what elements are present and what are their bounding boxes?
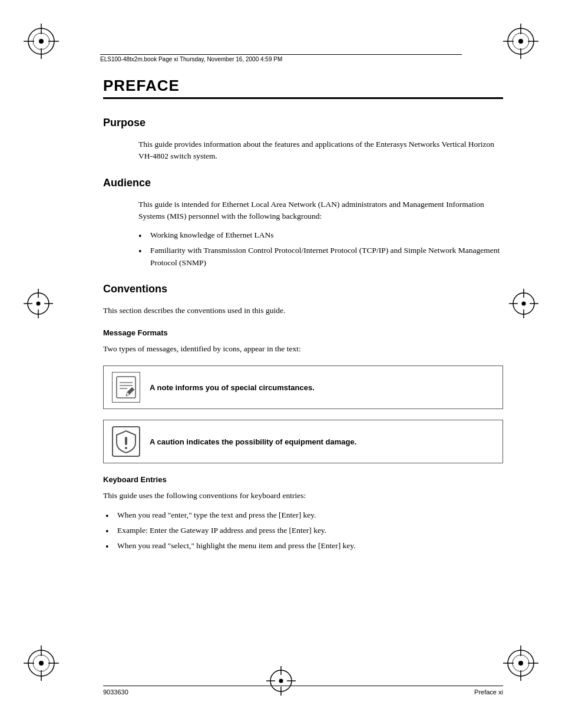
audience-bullet-2: Familiarity with Transmission Control Pr… [138, 245, 503, 269]
svg-point-15 [37, 302, 41, 306]
audience-bullet-list: Working knowledge of Ethernet LANs Famil… [138, 229, 503, 269]
audience-body: This guide is intended for Ethernet Loca… [138, 199, 503, 223]
svg-point-42 [518, 661, 523, 666]
purpose-heading: Purpose [103, 117, 503, 129]
preface-title: PREFACE [103, 77, 503, 99]
message-formats-body: Two types of messages, identified by ico… [103, 343, 503, 355]
message-formats-subsection: Message Formats Two types of messages, i… [103, 328, 503, 463]
page-container: ELS100-48tx2m.book Page xi Thursday, Nov… [0, 0, 562, 728]
corner-mark-bl [24, 645, 59, 681]
footer: 9033630 Preface xi [103, 686, 503, 696]
footer-right: Preface xi [474, 689, 503, 696]
keyboard-bullet-1: When you read "enter," type the text and… [103, 509, 503, 521]
svg-point-21 [522, 302, 526, 306]
keyboard-entries-heading: Keyboard Entries [103, 475, 503, 484]
footer-left: 9033630 [103, 689, 128, 696]
caution-box: A caution indicates the possibility of e… [103, 420, 503, 463]
svg-point-35 [39, 661, 44, 666]
side-mark-left [24, 289, 53, 318]
svg-point-1 [39, 39, 44, 44]
audience-heading: Audience [103, 177, 503, 189]
conventions-section: Conventions This section describes the c… [103, 283, 503, 552]
svg-rect-33 [125, 447, 127, 449]
conventions-heading: Conventions [103, 283, 503, 295]
svg-point-8 [518, 39, 523, 44]
file-info-header: ELS100-48tx2m.book Page xi Thursday, Nov… [100, 54, 462, 62]
svg-rect-26 [117, 377, 135, 398]
corner-mark-tr [503, 24, 538, 59]
purpose-body: This guide provides information about th… [138, 139, 503, 163]
conventions-body: This section describes the conventions u… [103, 305, 503, 317]
caution-text: A caution indicates the possibility of e… [150, 437, 356, 446]
purpose-section: Purpose This guide provides information … [103, 117, 503, 163]
svg-rect-32 [125, 437, 127, 445]
corner-mark-tl [24, 24, 59, 59]
message-formats-heading: Message Formats [103, 328, 503, 337]
note-icon [112, 372, 140, 403]
side-mark-right [509, 289, 538, 318]
corner-mark-br [503, 645, 538, 681]
keyboard-entries-bullet-list: When you read "enter," type the text and… [103, 509, 503, 552]
note-box: A note informs you of special circumstan… [103, 365, 503, 409]
keyboard-bullet-3: When you read "select," highlight the me… [103, 540, 503, 552]
audience-bullet-1: Working knowledge of Ethernet LANs [138, 229, 503, 241]
note-text: A note informs you of special circumstan… [150, 383, 315, 392]
keyboard-entries-subsection: Keyboard Entries This guide uses the fol… [103, 475, 503, 552]
caution-icon [112, 426, 140, 457]
content-area: PREFACE Purpose This guide provides info… [103, 71, 503, 669]
keyboard-entries-body: This guide uses the following convention… [103, 490, 503, 502]
svg-point-49 [279, 679, 283, 683]
keyboard-bullet-2: Example: Enter the Gateway IP address an… [103, 525, 503, 536]
file-info-text: ELS100-48tx2m.book Page xi Thursday, Nov… [100, 56, 282, 62]
audience-section: Audience This guide is intended for Ethe… [103, 177, 503, 269]
